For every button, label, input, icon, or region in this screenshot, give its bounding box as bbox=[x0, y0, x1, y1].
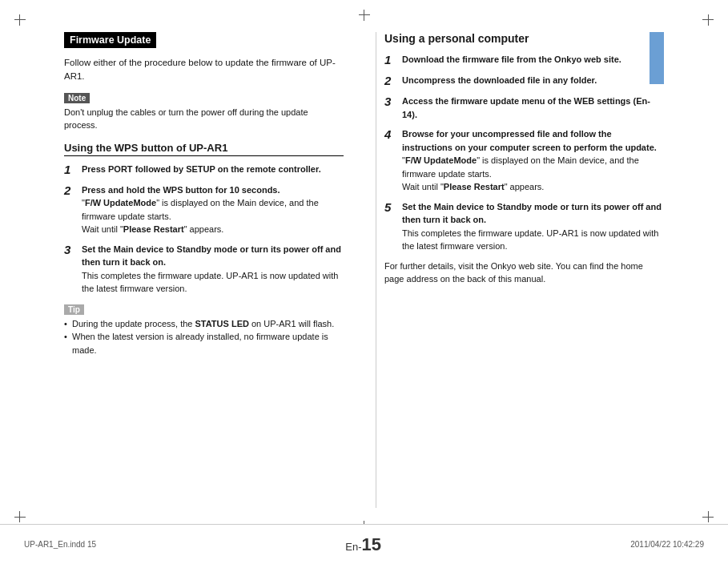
corner-mark-bl bbox=[14, 506, 30, 522]
tip-label: Tip bbox=[64, 304, 84, 315]
note-box: Note Don't unplug the cables or turn the… bbox=[64, 92, 344, 132]
step-2-italic1: F/W UpdateMode bbox=[85, 198, 156, 207]
step-number-3: 3 bbox=[64, 243, 77, 257]
step-1-bold: Press PORT followed by SETUP on the remo… bbox=[82, 164, 321, 174]
right-step-content-4: Browse for your uncompressed file and fo… bbox=[402, 127, 664, 194]
note-text: Don't unplug the cables or turn the powe… bbox=[64, 106, 344, 132]
step-number-1: 1 bbox=[64, 163, 77, 177]
right-step-number-1: 1 bbox=[384, 53, 397, 67]
right-step-2-bold: Uncompress the downloaded file in any fo… bbox=[402, 75, 597, 85]
step-number-2: 2 bbox=[64, 183, 77, 198]
tip-box: Tip During the update process, the STATU… bbox=[64, 304, 344, 357]
corner-mark-tr bbox=[698, 14, 714, 30]
tip-list: During the update process, the STATUS LE… bbox=[64, 317, 344, 357]
right-step-4-normal: "F/W UpdateMode" is displayed on the Mai… bbox=[402, 155, 639, 191]
note-label: Note bbox=[64, 93, 90, 103]
tip-item-1: During the update process, the STATUS LE… bbox=[64, 317, 344, 331]
intro-text: Follow either of the procedure below to … bbox=[64, 56, 344, 84]
right-step-content-3: Access the firmware update menu of the W… bbox=[402, 95, 664, 121]
corner-mark-br bbox=[698, 506, 714, 522]
left-step-1: 1 Press PORT followed by SETUP on the re… bbox=[64, 163, 344, 177]
right-step-content-5: Set the Main device to Standby mode or t… bbox=[402, 200, 664, 253]
page-number: 15 bbox=[362, 534, 381, 554]
right-step-content-1: Download the firmware file from the Onky… bbox=[402, 53, 664, 66]
step-content-1: Press PORT followed by SETUP on the remo… bbox=[82, 163, 344, 176]
right-step-5-normal: This completes the firmware update. UP-A… bbox=[402, 228, 658, 252]
wps-heading: Using the WPS button of UP-AR1 bbox=[64, 142, 344, 156]
step-2-italic2: Please Restart bbox=[123, 224, 184, 234]
right-step-4: 4 Browse for your uncompressed file and … bbox=[384, 127, 664, 194]
step-content-2: Press and hold the WPS button for 10 sec… bbox=[82, 183, 344, 236]
right-step-number-2: 2 bbox=[384, 74, 397, 88]
step-3-normal: This completes the firmware update. UP-A… bbox=[82, 271, 338, 294]
page: Firmware Update Follow either of the pro… bbox=[0, 0, 728, 564]
right-step-3-bold: Access the firmware update menu of the W… bbox=[402, 96, 650, 119]
footer-timestamp: 2011/04/22 10:42:29 bbox=[630, 540, 704, 549]
right-heading: Using a personal computer bbox=[384, 32, 664, 45]
right-step-number-5: 5 bbox=[384, 200, 397, 215]
right-step-number-4: 4 bbox=[384, 127, 397, 142]
left-step-3: 3 Set the Main device to Standby mode or… bbox=[64, 243, 344, 296]
right-step-5-bold: Set the Main device to Standby mode or t… bbox=[402, 202, 662, 225]
corner-mark-tl bbox=[14, 14, 30, 30]
right-step-4-bold: Browse for your uncompressed file and fo… bbox=[402, 129, 657, 152]
step-2-normal: "F/W UpdateMode" is displayed on the Mai… bbox=[82, 198, 319, 234]
step-content-3: Set the Main device to Standby mode or t… bbox=[82, 243, 344, 296]
page-number-display: En-15 bbox=[345, 534, 381, 555]
right-step-content-2: Uncompress the downloaded file in any fo… bbox=[402, 74, 664, 87]
left-steps-list: 1 Press PORT followed by SETUP on the re… bbox=[64, 163, 344, 296]
en-prefix: En- bbox=[345, 541, 361, 553]
tip-item-2: When the latest version is already insta… bbox=[64, 330, 344, 357]
right-step-4-italic1: F/W UpdateMode bbox=[405, 155, 477, 165]
right-step-number-3: 3 bbox=[384, 95, 397, 109]
footer-filename: UP-AR1_En.indd 15 bbox=[24, 540, 96, 549]
left-column: Firmware Update Follow either of the pro… bbox=[64, 32, 352, 508]
right-step-1-bold: Download the firmware file from the Onky… bbox=[402, 54, 621, 64]
right-steps-list: 1 Download the firmware file from the On… bbox=[384, 53, 664, 253]
content-area: Firmware Update Follow either of the pro… bbox=[64, 32, 664, 508]
step-3-bold: Set the Main device to Standby mode or t… bbox=[82, 244, 341, 268]
right-step-3: 3 Access the firmware update menu of the… bbox=[384, 95, 664, 121]
step-2-bold: Press and hold the WPS button for 10 sec… bbox=[82, 185, 280, 195]
reg-mark-top bbox=[359, 10, 370, 21]
right-step-2: 2 Uncompress the downloaded file in any … bbox=[384, 74, 664, 88]
left-step-2: 2 Press and hold the WPS button for 10 s… bbox=[64, 183, 344, 236]
further-details-text: For further details, visit the Onkyo web… bbox=[384, 260, 664, 286]
right-step-5: 5 Set the Main device to Standby mode or… bbox=[384, 200, 664, 253]
right-step-4-italic2: Please Restart bbox=[444, 182, 505, 191]
right-column: Using a personal computer 1 Download the… bbox=[376, 32, 664, 508]
right-step-1: 1 Download the firmware file from the On… bbox=[384, 53, 664, 67]
footer: UP-AR1_En.indd 15 En-15 2011/04/22 10:42… bbox=[0, 524, 728, 564]
firmware-update-heading: Firmware Update bbox=[64, 32, 156, 48]
